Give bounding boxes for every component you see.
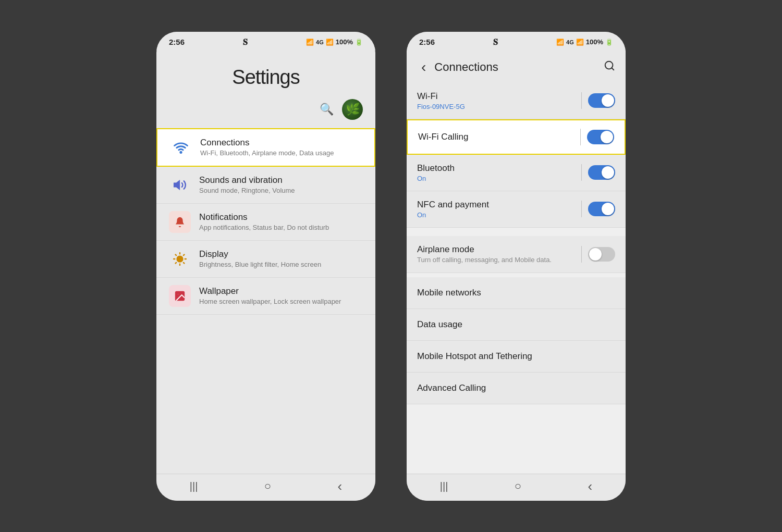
nfc-knob: [602, 203, 614, 215]
notifications-subtitle: App notifications, Status bar, Do not di…: [199, 224, 363, 231]
wifi-calling-toggle-area: [580, 129, 614, 145]
airplane-row[interactable]: Airplane mode Turn off calling, messagin…: [407, 236, 626, 274]
bluetooth-toggle[interactable]: [588, 165, 615, 180]
right-phone: 2:56 𝐒 📶 4G 📶 100% 🔋 ‹ Connections: [407, 32, 626, 501]
battery-percent-r: 100%: [586, 38, 603, 46]
wifi-row[interactable]: Wi-Fi Fios-09NVE-5G: [407, 83, 626, 119]
wifi-text: Wi-Fi Fios-09NVE-5G: [417, 91, 581, 110]
phones-container: 2:56 𝐒 📶 4G 📶 100% 🔋 Settings 🔍: [0, 0, 782, 532]
nfc-row[interactable]: NFC and payment On: [407, 191, 626, 228]
airplane-subtitle: Turn off calling, messaging, and Mobile …: [417, 256, 581, 265]
lte-icon: 4G: [316, 39, 324, 45]
airplane-toggle-area: [581, 246, 615, 263]
wifi-toggle-area: [581, 92, 615, 109]
airplane-knob: [589, 248, 602, 261]
right-bottom-nav: ||| ○ ‹: [407, 474, 626, 501]
connections-back-btn[interactable]: ‹: [417, 57, 430, 78]
wallpaper-icon: [169, 285, 191, 307]
svg-line-10: [184, 254, 185, 255]
wifi-calling-text: Wi-Fi Calling: [418, 132, 580, 142]
nfc-toggle[interactable]: [588, 202, 615, 216]
wifi-calling-row[interactable]: Wi-Fi Calling: [407, 119, 626, 155]
connections-list: Wi-Fi Fios-09NVE-5G Wi-F: [407, 83, 626, 474]
right-back-btn[interactable]: ‹: [578, 474, 603, 499]
hotspot-row[interactable]: Mobile Hotspot and Tethering: [407, 341, 626, 373]
data-usage-row[interactable]: Data usage: [407, 309, 626, 341]
left-status-bar: 2:56 𝐒 📶 4G 📶 100% 🔋: [156, 32, 375, 51]
mobile-networks-title: Mobile networks: [417, 288, 481, 298]
wifi-divider: [581, 92, 582, 109]
bluetooth-divider: [581, 164, 582, 181]
right-home-btn[interactable]: ○: [504, 475, 532, 497]
settings-item-sounds[interactable]: Sounds and vibration Sound mode, Rington…: [156, 167, 375, 204]
right-time: 2:56: [419, 38, 435, 46]
wifi-toggle[interactable]: [588, 93, 615, 108]
airplane-toggle[interactable]: [588, 247, 615, 262]
home-btn[interactable]: ○: [254, 475, 282, 497]
left-status-icons: 📶 4G 📶 100% 🔋: [306, 38, 363, 46]
airplane-text: Airplane mode Turn off calling, messagin…: [417, 244, 581, 265]
connections-header: ‹ Connections: [407, 51, 626, 83]
mobile-networks-row[interactable]: Mobile networks: [407, 277, 626, 309]
advanced-calling-title: Advanced Calling: [417, 383, 486, 393]
wifi-signal-icon-r: 📶: [556, 39, 564, 46]
settings-item-display[interactable]: Display Brightness, Blue light filter, H…: [156, 241, 375, 278]
hotspot-title: Mobile Hotspot and Tethering: [417, 351, 532, 362]
connections-subtitle: Wi-Fi, Bluetooth, Airplane mode, Data us…: [200, 149, 362, 157]
sounds-title: Sounds and vibration: [199, 175, 363, 185]
profile-avatar[interactable]: [342, 99, 363, 120]
settings-item-wallpaper[interactable]: Wallpaper Home screen wallpaper, Lock sc…: [156, 278, 375, 315]
right-status-bar: 2:56 𝐒 📶 4G 📶 100% 🔋: [407, 32, 626, 51]
section-gap-2: [407, 273, 626, 277]
battery-percent: 100%: [336, 38, 353, 46]
display-icon: [169, 248, 191, 270]
right-status-icons: 📶 4G 📶 100% 🔋: [556, 38, 613, 46]
bluetooth-text: Bluetooth On: [417, 163, 581, 182]
svg-point-0: [180, 152, 181, 153]
settings-title: Settings: [232, 66, 299, 89]
wallpaper-text: Wallpaper Home screen wallpaper, Lock sc…: [199, 286, 363, 305]
svg-point-12: [177, 293, 179, 295]
data-usage-title: Data usage: [417, 319, 462, 330]
wallpaper-subtitle: Home screen wallpaper, Lock screen wallp…: [199, 298, 363, 305]
nfc-divider: [581, 201, 582, 217]
sounds-icon: [169, 174, 191, 196]
section-gap-1: [407, 232, 626, 236]
shazam-icon-right: 𝐒: [493, 38, 498, 47]
signal-bars-icon: 📶: [326, 39, 334, 46]
recent-apps-btn[interactable]: |||: [179, 476, 209, 497]
bluetooth-subtitle: On: [417, 175, 581, 182]
svg-point-2: [177, 256, 183, 262]
lte-icon-r: 4G: [566, 39, 574, 45]
bluetooth-toggle-area: [581, 164, 615, 181]
settings-list: Connections Wi-Fi, Bluetooth, Airplane m…: [156, 128, 375, 474]
nfc-toggle-area: [581, 201, 615, 217]
airplane-title: Airplane mode: [417, 244, 581, 255]
sounds-subtitle: Sound mode, Ringtone, Volume: [199, 187, 363, 194]
settings-item-notifications[interactable]: Notifications App notifications, Status …: [156, 204, 375, 241]
nfc-subtitle: On: [417, 211, 581, 219]
wifi-calling-toggle[interactable]: [587, 130, 614, 144]
right-recent-apps-btn[interactable]: |||: [430, 476, 459, 497]
sounds-text: Sounds and vibration Sound mode, Rington…: [199, 175, 363, 194]
wifi-signal-icon: 📶: [306, 39, 314, 46]
back-btn[interactable]: ‹: [327, 474, 353, 499]
svg-marker-1: [174, 181, 179, 189]
left-bottom-nav: ||| ○ ‹: [156, 474, 375, 501]
bluetooth-row[interactable]: Bluetooth On: [407, 155, 626, 191]
connections-screen: ‹ Connections Wi-Fi Fios-09NVE-5G: [407, 51, 626, 474]
settings-title-area: Settings: [156, 51, 375, 99]
settings-search-row: 🔍: [156, 99, 375, 128]
wallpaper-title: Wallpaper: [199, 286, 363, 296]
svg-line-5: [176, 254, 177, 255]
settings-item-connections[interactable]: Connections Wi-Fi, Bluetooth, Airplane m…: [156, 128, 375, 167]
advanced-calling-row[interactable]: Advanced Calling: [407, 373, 626, 404]
wifi-title: Wi-Fi: [417, 91, 581, 102]
left-time: 2:56: [169, 38, 185, 46]
connections-search-btn[interactable]: [604, 60, 615, 75]
notifications-text: Notifications App notifications, Status …: [199, 212, 363, 231]
signal-bars-icon-r: 📶: [576, 39, 584, 46]
battery-icon: 🔋: [355, 39, 363, 46]
connections-screen-title: Connections: [434, 60, 604, 74]
settings-search-icon[interactable]: 🔍: [320, 103, 334, 116]
